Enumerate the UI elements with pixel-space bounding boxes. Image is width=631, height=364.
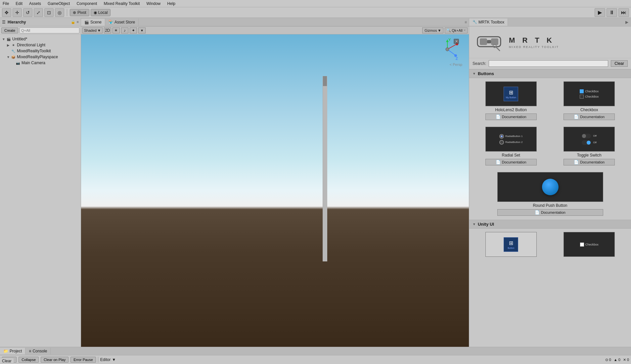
scene-tab-label: Scene <box>90 20 102 24</box>
tool-rect[interactable]: ⊡ <box>44 8 54 17</box>
holens2-doc-label: Documentation <box>502 115 526 119</box>
hierarchy-item-untitled[interactable]: ▼ 🎬 Untitled* <box>0 36 81 42</box>
mrtk-panel-arrow[interactable]: ▶ <box>623 19 631 26</box>
checkbox-preview[interactable]: CheckBox CheckBox <box>563 81 615 106</box>
local-button[interactable]: ◉ Local <box>91 9 111 16</box>
create-button[interactable]: Create <box>1 27 18 33</box>
radial-label: Radial Set <box>502 153 520 158</box>
status-icon-info[interactable]: ⊙ 0 <box>605 358 611 362</box>
hierarchy-menu-icon[interactable]: ≡ <box>77 20 79 24</box>
holens2-preview[interactable]: ⊞ My Button <box>485 81 537 106</box>
step-button[interactable]: ⏭ <box>618 8 629 17</box>
tool-transform[interactable]: ◎ <box>55 8 64 17</box>
pivot-button[interactable]: ⊕ Pivot <box>70 9 89 16</box>
hidden-toggle[interactable]: ▾ <box>138 27 146 33</box>
unity-ui-category-header[interactable]: ▼ Unity UI <box>469 220 631 229</box>
status-icon-error[interactable]: ✕ 0 <box>623 358 629 362</box>
gizmos-search[interactable]: 🔍 Qk+All ✕ <box>445 27 468 33</box>
menu-mrtk[interactable]: Mixed Reality Toolkit <box>102 1 141 7</box>
tab-asset-store[interactable]: 🏪 Asset Store <box>105 19 139 26</box>
tool-rotate[interactable]: ↺ <box>23 8 32 17</box>
doc-icon-4: 📄 <box>574 160 579 164</box>
audio-toggle[interactable]: ♪ <box>121 27 128 33</box>
tab-console[interactable]: ≡ Console <box>25 348 51 354</box>
main-layout: ☰ Hierarchy 🔒 ≡ Create ▼ 🎬 Untitled* ▶ ☀… <box>0 18 631 347</box>
status-icon-warning[interactable]: ▲ 0 <box>614 358 620 362</box>
hierarchy-item-main-camera[interactable]: 📷 Main Camera <box>0 60 81 66</box>
unity-cb-visual: Checkbox <box>580 243 599 247</box>
tool-move[interactable]: ✛ <box>13 8 22 17</box>
unity-ui-hl-btn: ⊞ Button <box>504 237 518 252</box>
tool-hand[interactable]: ✥ <box>2 8 11 17</box>
hierarchy-lock-icon[interactable]: 🔒 <box>71 20 75 24</box>
menu-gameobject[interactable]: GameObject <box>46 1 71 7</box>
buttons-category-label: Buttons <box>478 71 494 76</box>
menu-component[interactable]: Component <box>75 1 98 7</box>
doc-icon-2: 📄 <box>574 114 579 119</box>
round-push-preview[interactable] <box>497 172 603 202</box>
mrtk-toolbox-tab[interactable]: 🔧 MRTK Toolbox <box>469 19 508 26</box>
hierarchy-item-mrtk[interactable]: 🔧 MixedRealityToolkit <box>0 48 81 54</box>
unity-ui-btn-preview[interactable]: ⊞ Button <box>485 232 537 257</box>
menu-help[interactable]: Help <box>166 1 177 7</box>
warning-count: 0 <box>618 358 620 362</box>
tab-project[interactable]: 📁 Project <box>0 348 25 354</box>
error-icon: ✕ <box>623 358 626 362</box>
tool-scale[interactable]: ⤢ <box>34 8 43 17</box>
buttons-grid-row1: ⊞ My Button HoloLens2 Button 📄 Documenta… <box>469 78 631 123</box>
shading-dropdown[interactable]: Shaded ▼ <box>82 27 103 33</box>
menu-edit[interactable]: Edit <box>14 1 24 7</box>
hierarchy-search[interactable] <box>20 27 79 33</box>
menu-window[interactable]: Window <box>145 1 162 7</box>
tab-scene[interactable]: 🎬 Scene <box>81 18 105 26</box>
mrtk-clear-button[interactable]: Clear <box>611 60 628 67</box>
buttons-category-header[interactable]: ▼ Buttons <box>469 69 631 78</box>
gizmos-button[interactable]: Gizmos ▼ <box>422 27 443 33</box>
pause-button[interactable]: ⏸ <box>607 8 617 17</box>
radial-doc-label: Documentation <box>502 160 526 164</box>
mrtk-search-input[interactable] <box>489 60 608 67</box>
radial-item-1: RadialButton 1 <box>499 134 522 139</box>
gizmos-search-label: Qk+All <box>452 28 463 32</box>
hierarchy-item-playspace[interactable]: ▼ 📦 MixedRealityPlayspace <box>0 54 81 60</box>
round-push-doc-btn[interactable]: 📄 Documentation <box>497 209 603 216</box>
unity-ui-btn-text: Button <box>508 247 514 249</box>
camera-icon: 📷 <box>15 60 21 66</box>
unity-ui-checkbox-preview[interactable]: Checkbox <box>563 232 615 257</box>
toggle-knob-2 <box>587 141 591 145</box>
gizmos-close-icon[interactable]: ✕ <box>463 28 466 32</box>
checkbox-doc-btn[interactable]: 📄 Documentation <box>563 114 615 120</box>
console-error-pause-button[interactable]: Error Pause <box>70 357 96 363</box>
mrtk-content[interactable]: M R T K MIXED REALITY TOOLKIT Search: Cl… <box>469 26 631 347</box>
holens2-button-item: ⊞ My Button HoloLens2 Button 📄 Documenta… <box>473 81 549 120</box>
toggle-doc-btn[interactable]: 📄 Documentation <box>563 159 615 165</box>
console-clear-on-play-button[interactable]: Clear on Play <box>41 357 68 363</box>
lighting-toggle[interactable]: ☀ <box>113 27 120 33</box>
holens2-doc-btn[interactable]: 📄 Documentation <box>485 114 537 120</box>
round-push-item: Round Push Button 📄 Documentation <box>497 172 603 216</box>
editor-dropdown-arrow[interactable]: ▼ <box>112 357 116 362</box>
main-toolbar: ✥ ✛ ↺ ⤢ ⊡ ◎ ⊕ Pivot ◉ Local ▶ ⏸ ⏭ <box>0 7 631 18</box>
mrtk-scrollbar-track[interactable] <box>323 76 327 261</box>
scene-panel-menu[interactable]: ≡ <box>465 20 469 24</box>
effect-toggle[interactable]: ✦ <box>130 27 137 33</box>
console-collapse-button[interactable]: Collapse <box>19 357 39 363</box>
mrtk-tab-header: 🔧 MRTK Toolbox ▶ <box>469 18 631 26</box>
mode-2d-button[interactable]: 2D <box>104 27 111 33</box>
hierarchy-header: ☰ Hierarchy 🔒 ≡ <box>0 18 81 26</box>
scene-area: 🎬 Scene 🏪 Asset Store ≡ Shaded ▼ 2D ☀ ♪ … <box>81 18 469 347</box>
toggle-item-1: Off <box>582 134 597 138</box>
play-button[interactable]: ▶ <box>595 8 605 17</box>
hierarchy-content: ▼ 🎬 Untitled* ▶ ☀ Directional Light 🔧 Mi… <box>0 35 81 347</box>
hierarchy-item-directional-light[interactable]: ▶ ☀ Directional Light <box>0 42 81 48</box>
scene-viewport[interactable]: Y X Z ✕ < Persp <box>81 34 469 347</box>
buttons-expand-arrow: ▼ <box>473 72 476 75</box>
menu-file[interactable]: File <box>1 1 10 7</box>
radial-preview-box[interactable]: RadialButton 1 RadialButton 2 <box>485 127 537 152</box>
mrtk-scrollbar-thumb[interactable] <box>323 76 327 86</box>
menu-assets[interactable]: Assets <box>28 1 42 7</box>
radial-doc-btn[interactable]: 📄 Documentation <box>485 159 537 165</box>
doc-icon-1: 📄 <box>496 114 501 119</box>
toggle-preview-box[interactable]: Off Off <box>563 127 615 152</box>
unity-cb-label: Checkbox <box>585 243 599 246</box>
